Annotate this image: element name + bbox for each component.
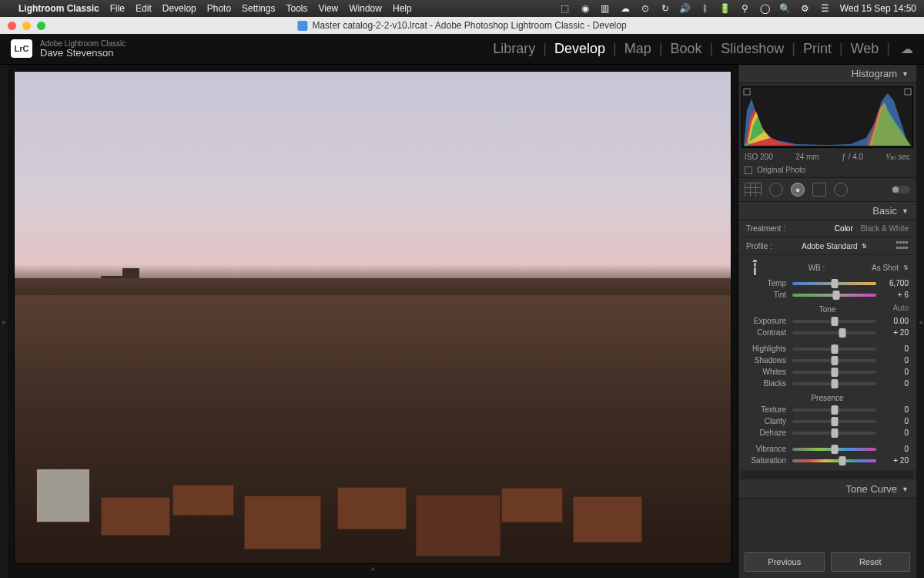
tint-slider[interactable] bbox=[792, 294, 876, 297]
wb-dropdown-icon[interactable]: ⇅ bbox=[903, 264, 909, 271]
module-book[interactable]: Book bbox=[670, 41, 701, 57]
temp-slider[interactable] bbox=[792, 282, 876, 285]
control-center-icon[interactable]: ⚙ bbox=[800, 3, 811, 14]
bluetooth-icon[interactable]: ᛒ bbox=[700, 3, 711, 14]
whites-slider[interactable] bbox=[792, 371, 876, 374]
contrast-slider[interactable] bbox=[792, 331, 876, 334]
tint-value[interactable]: + 6 bbox=[882, 291, 909, 299]
previous-button[interactable]: Previous bbox=[745, 552, 825, 572]
highlights-value[interactable]: 0 bbox=[882, 344, 909, 353]
dropbox-icon[interactable]: ⬚ bbox=[560, 3, 571, 14]
window-close-button[interactable] bbox=[8, 22, 16, 30]
identity-username[interactable]: Dave Stevenson bbox=[40, 48, 126, 59]
menu-photo[interactable]: Photo bbox=[207, 3, 231, 14]
filmstrip-toggle[interactable]: ▴ bbox=[14, 564, 732, 572]
module-print[interactable]: Print bbox=[803, 41, 832, 57]
treatment-label: Treatment : bbox=[746, 224, 785, 233]
menubar-clock[interactable]: Wed 15 Sep 14:50 bbox=[840, 3, 916, 14]
status-app-icon[interactable]: ▥ bbox=[600, 3, 611, 14]
volume-icon[interactable]: 🔊 bbox=[680, 3, 691, 14]
original-photo-checkbox[interactable] bbox=[745, 166, 752, 174]
contrast-value[interactable]: + 20 bbox=[882, 328, 909, 337]
user-icon[interactable]: ◯ bbox=[760, 3, 771, 14]
menu-settings[interactable]: Settings bbox=[242, 3, 275, 14]
lrc-badge: LrC bbox=[11, 39, 32, 58]
profile-browser-icon[interactable] bbox=[896, 241, 909, 250]
module-slideshow[interactable]: Slideshow bbox=[721, 41, 784, 57]
app-menu[interactable]: Lightroom Classic bbox=[18, 3, 99, 14]
wb-value[interactable]: As Shot bbox=[872, 264, 899, 272]
masking-tool[interactable]: ● bbox=[791, 183, 805, 197]
histogram-title: Histogram bbox=[852, 68, 897, 79]
shadows-slider[interactable] bbox=[792, 359, 876, 362]
exif-focal: 24 mm bbox=[795, 153, 819, 161]
blacks-value[interactable]: 0 bbox=[882, 379, 909, 388]
battery-icon[interactable]: 🔋 bbox=[720, 3, 731, 14]
saturation-value[interactable]: + 20 bbox=[882, 456, 909, 465]
shadows-value[interactable]: 0 bbox=[882, 356, 909, 365]
basic-panel: Treatment : Color Black & White Profile … bbox=[738, 220, 916, 469]
whites-value[interactable]: 0 bbox=[882, 368, 909, 376]
left-panel-toggle[interactable]: ▸ bbox=[0, 65, 8, 578]
notification-icon[interactable]: ☰ bbox=[820, 3, 831, 14]
spotlight-icon[interactable]: 🔍 bbox=[780, 3, 791, 14]
texture-slider[interactable] bbox=[792, 408, 876, 412]
vibrance-slider[interactable] bbox=[792, 448, 876, 451]
macos-menubar: Lightroom Classic File Edit Develop Phot… bbox=[0, 0, 924, 17]
auto-tone-button[interactable]: Auto bbox=[892, 304, 909, 312]
time-machine-icon[interactable]: ↻ bbox=[660, 3, 671, 14]
photo-preview[interactable] bbox=[14, 71, 732, 564]
dehaze-slider[interactable] bbox=[792, 432, 876, 435]
healing-tool[interactable] bbox=[769, 183, 783, 197]
exposure-slider[interactable] bbox=[792, 320, 876, 323]
tone-curve-header[interactable]: Tone Curve ▼ bbox=[738, 480, 916, 499]
eyedropper-icon[interactable] bbox=[743, 257, 765, 278]
cloud-status-icon[interactable]: ☁ bbox=[620, 3, 631, 14]
center-pane: ▴ bbox=[8, 65, 738, 578]
module-library[interactable]: Library bbox=[493, 41, 535, 57]
tone-curve-title: Tone Curve bbox=[846, 483, 897, 495]
original-photo-label: Original Photo bbox=[757, 166, 805, 174]
clarity-slider[interactable] bbox=[792, 420, 876, 423]
menu-tools[interactable]: Tools bbox=[286, 3, 307, 14]
texture-value[interactable]: 0 bbox=[882, 405, 909, 414]
menu-help[interactable]: Help bbox=[393, 3, 412, 14]
graduated-filter-tool[interactable] bbox=[812, 183, 826, 197]
saturation-slider[interactable] bbox=[792, 459, 876, 462]
clarity-value[interactable]: 0 bbox=[882, 417, 909, 425]
dehaze-value[interactable]: 0 bbox=[882, 428, 909, 437]
play-icon[interactable]: ⊙ bbox=[640, 3, 651, 14]
highlights-slider[interactable] bbox=[792, 348, 876, 351]
menu-window[interactable]: Window bbox=[349, 3, 382, 14]
radial-filter-tool[interactable] bbox=[834, 183, 848, 197]
develop-tool-strip: ● bbox=[738, 177, 916, 202]
window-zoom-button[interactable] bbox=[37, 22, 45, 30]
menu-view[interactable]: View bbox=[318, 3, 338, 14]
treatment-bw[interactable]: Black & White bbox=[861, 224, 909, 233]
menu-develop[interactable]: Develop bbox=[162, 3, 196, 14]
menu-file[interactable]: File bbox=[110, 3, 125, 14]
module-map[interactable]: Map bbox=[624, 41, 651, 57]
treatment-color[interactable]: Color bbox=[835, 224, 853, 233]
profile-value[interactable]: Adobe Standard bbox=[802, 242, 857, 250]
wifi-icon[interactable]: ⚲ bbox=[740, 3, 751, 14]
blacks-label: Blacks bbox=[746, 379, 786, 388]
histogram-header[interactable]: Histogram ▼ bbox=[738, 65, 916, 83]
blacks-slider[interactable] bbox=[792, 382, 876, 385]
exposure-value[interactable]: 0.00 bbox=[882, 317, 909, 325]
histogram-display[interactable] bbox=[742, 86, 913, 148]
cloud-sync-icon[interactable]: ☁ bbox=[901, 42, 913, 56]
profile-dropdown-icon[interactable]: ⇅ bbox=[862, 243, 867, 250]
reset-button[interactable]: Reset bbox=[831, 552, 911, 572]
tool-toggle[interactable] bbox=[892, 186, 910, 193]
status-circle-icon[interactable]: ◉ bbox=[580, 3, 591, 14]
temp-value[interactable]: 6,700 bbox=[882, 279, 909, 287]
crop-tool[interactable] bbox=[745, 183, 762, 197]
vibrance-value[interactable]: 0 bbox=[882, 445, 909, 453]
window-minimize-button[interactable] bbox=[22, 22, 31, 30]
right-panel-toggle[interactable]: ◂ bbox=[916, 65, 924, 578]
menu-edit[interactable]: Edit bbox=[136, 3, 152, 14]
module-develop[interactable]: Develop bbox=[554, 41, 605, 57]
module-web[interactable]: Web bbox=[851, 41, 879, 57]
basic-header[interactable]: Basic ▼ bbox=[738, 202, 916, 220]
